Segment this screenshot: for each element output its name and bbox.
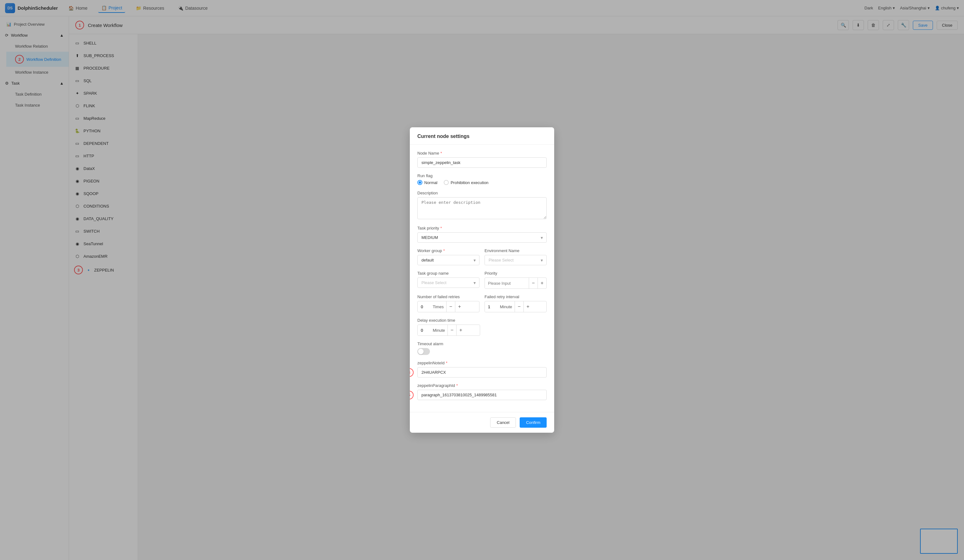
env-name-select[interactable]: Please Select [485,255,547,265]
priority-plus-btn[interactable]: + [537,278,546,289]
env-name-select-wrapper: Please Select [485,255,547,265]
worker-group-select-wrapper: default [417,255,479,265]
modal-header: Current node settings [410,127,554,144]
retries-minus-btn[interactable]: − [446,301,455,312]
task-priority-group: Task priority * MEDIUM LOWEST LOW HIGH H… [417,226,547,243]
priority-label: Priority [485,271,547,276]
failed-retries-unit: Times [430,302,446,312]
run-flag-group: Run flag Normal Prohibition execution [417,174,547,185]
worker-group-group: Worker group * default [417,248,479,265]
zeppelin-note-id-input[interactable] [417,367,547,378]
task-priority-select[interactable]: MEDIUM LOWEST LOW HIGH HIGHEST [417,232,547,243]
run-flag-radio-group: Normal Prohibition execution [417,180,547,185]
retry-interval-group: Failed retry interval Minute − + [485,294,547,312]
delay-minus-btn[interactable]: − [448,325,456,336]
modal-dialog: Current node settings Node Name * Run fl… [410,127,554,433]
priority-input-controls: − + [485,278,547,289]
radio-prohibition-circle [444,180,449,185]
retry-interval-minus-btn[interactable]: − [515,301,523,312]
retry-interval-unit: Minute [497,302,515,312]
task-group-name-select[interactable]: Please Select [417,278,479,288]
retry-interval-controls: Minute − + [485,301,547,312]
zeppelin-para-id-label: zeppelinParagraphId * [417,383,547,388]
task-group-name-select-wrapper: Please Select [417,278,479,288]
failed-retries-controls: Times − + [417,301,479,312]
modal-body: Node Name * Run flag Normal Pr [410,144,554,412]
timeout-alarm-group: Timeout alarm [417,341,547,355]
worker-group-select[interactable]: default [417,255,479,265]
confirm-button[interactable]: Confirm [519,417,547,428]
failed-retries-label: Number of failed retries [417,294,479,299]
description-label: Description [417,191,547,195]
run-flag-label: Run flag [417,174,547,178]
timeout-alarm-label: Timeout alarm [417,341,547,346]
failed-retries-input[interactable] [418,302,430,312]
retry-interval-input[interactable] [485,302,497,312]
retry-interval-label: Failed retry interval [485,294,547,299]
modal-title: Current node settings [417,133,469,139]
delay-exec-unit: Minute [430,325,448,335]
description-textarea[interactable] [417,197,547,219]
task-group-name-group: Task group name Please Select [417,271,479,289]
delay-exec-label: Delay execution time [417,318,547,323]
worker-env-row: Worker group * default Environment Name [417,248,547,271]
node-name-label: Node Name * [417,151,547,156]
timeout-alarm-toggle[interactable] [417,348,430,355]
failed-retries-group: Number of failed retries Times − + [417,294,479,312]
zeppelin-para-id-input[interactable] [417,390,547,400]
retry-interval-plus-btn[interactable]: + [523,301,532,312]
env-name-label: Environment Name [485,248,547,253]
cancel-button[interactable]: Cancel [490,417,516,428]
required-star: * [440,151,442,156]
node-name-input[interactable] [417,157,547,168]
toggle-knob [418,349,423,354]
task-priority-select-wrapper: MEDIUM LOWEST LOW HIGH HIGHEST [417,232,547,243]
task-priority-label: Task priority * [417,226,547,230]
description-group: Description [417,191,547,220]
zeppelin-note-id-label: zeppelinNoteId * [417,360,547,365]
delay-exec-input[interactable] [418,325,430,335]
retries-row: Number of failed retries Times − + Faile… [417,294,547,318]
priority-minus-btn[interactable]: − [529,278,537,289]
worker-group-label: Worker group * [417,248,479,253]
badge-5: 5 [410,391,414,399]
task-group-priority-row: Task group name Please Select Priority [417,271,547,294]
task-group-name-label: Task group name [417,271,479,276]
delay-exec-controls: Minute − + [417,325,480,336]
radio-normal-circle [417,180,422,185]
run-flag-prohibition[interactable]: Prohibition execution [444,180,489,185]
modal-footer: Cancel Confirm [410,412,554,433]
delay-exec-group: Delay execution time Minute − + [417,318,547,336]
modal-overlay: Current node settings Node Name * Run fl… [0,0,964,560]
badge-4: 4 [410,368,414,377]
priority-group: Priority − + [485,271,547,289]
delay-plus-btn[interactable]: + [456,325,465,336]
priority-input[interactable] [485,278,529,288]
retries-plus-btn[interactable]: + [455,301,464,312]
env-name-group: Environment Name Please Select [485,248,547,265]
zeppelin-note-id-group: zeppelinNoteId * 4 [417,360,547,378]
zeppelin-para-id-group: zeppelinParagraphId * 5 [417,383,547,400]
node-name-group: Node Name * [417,151,547,168]
run-flag-normal[interactable]: Normal [417,180,438,185]
